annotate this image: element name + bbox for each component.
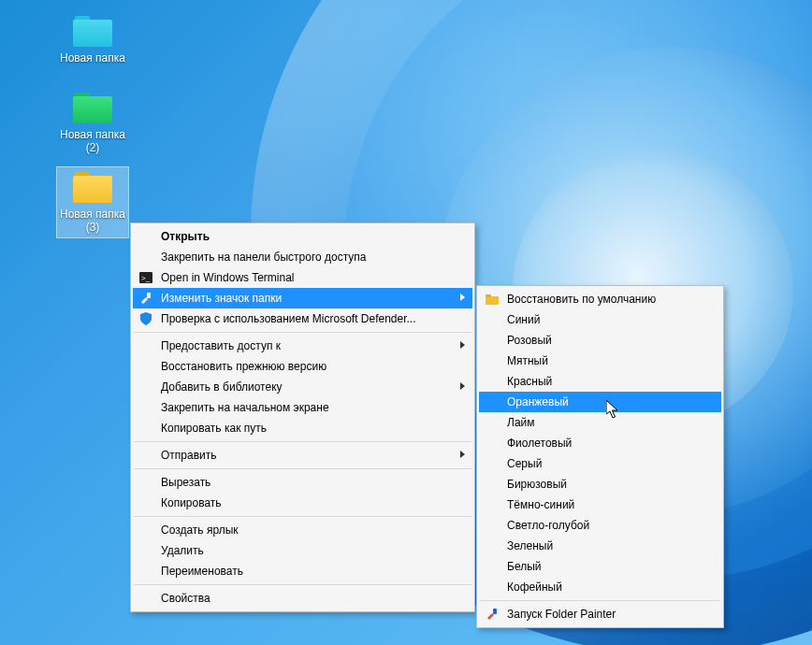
menu-item[interactable]: Копировать как путь	[133, 418, 472, 438]
defender-icon	[138, 311, 153, 326]
menu-item[interactable]: Добавить в библиотеку	[133, 377, 472, 397]
menu-item[interactable]: Розовый	[479, 330, 721, 351]
menu-item[interactable]: Предоставить доступ к	[133, 336, 472, 356]
desktop-folder-label: Новая папка (3)	[57, 207, 128, 237]
menu-item-label: Мятный	[507, 354, 548, 367]
menu-item-label: Свойства	[161, 592, 210, 605]
desktop-folder-2[interactable]: Новая папка (3)	[57, 167, 128, 237]
submenu-arrow-icon	[460, 382, 465, 390]
svg-rect-2	[147, 293, 151, 298]
color-swatch-icon	[485, 333, 500, 348]
menu-item-label: Проверка с использованием Microsoft Defe…	[161, 312, 416, 325]
color-swatch-icon	[485, 580, 500, 595]
color-swatch-icon	[485, 312, 500, 327]
color-swatch-icon	[485, 497, 500, 512]
menu-item-label: Восстановить прежнюю версию	[161, 360, 326, 373]
folder-icon	[73, 93, 112, 123]
terminal-icon: >_	[138, 270, 153, 285]
menu-item[interactable]: Лайм	[479, 412, 721, 433]
menu-item-label: Восстановить по умолчанию	[507, 293, 656, 306]
menu-item-label: Серый	[507, 457, 542, 470]
menu-item[interactable]: Восстановить по умолчанию	[479, 289, 721, 309]
menu-item-label: Белый	[507, 560, 541, 573]
menu-item[interactable]: Свойства	[133, 588, 472, 609]
menu-item[interactable]: Мятный	[479, 351, 721, 371]
menu-item[interactable]: Светло-голубой	[479, 515, 721, 536]
menu-item[interactable]: Белый	[479, 556, 721, 577]
menu-item[interactable]: Закрепить на начальном экране	[133, 397, 472, 418]
menu-item-label: Копировать как путь	[161, 422, 267, 435]
menu-item-label: Закрепить на панели быстрого доступа	[161, 251, 367, 264]
color-swatch-icon	[485, 538, 500, 553]
color-swatch-icon	[485, 415, 500, 430]
desktop-folder-label: Новая папка (2)	[57, 127, 128, 158]
menu-item[interactable]: Проверка с использованием Microsoft Defe…	[133, 308, 472, 329]
menu-item[interactable]: Закрепить на панели быстрого доступа	[133, 247, 472, 267]
painter-icon	[138, 291, 153, 306]
menu-item[interactable]: Открыть	[133, 226, 472, 247]
menu-item-label: Запуск Folder Painter	[507, 608, 616, 621]
submenu-arrow-icon	[460, 451, 465, 458]
color-swatch-icon	[485, 456, 500, 471]
menu-item[interactable]: Восстановить прежнюю версию	[133, 356, 472, 377]
menu-item[interactable]: Отправить	[133, 445, 472, 466]
menu-item[interactable]: Фиолетовый	[479, 433, 721, 453]
folder-default-icon	[485, 292, 500, 307]
menu-item-label: Лайм	[507, 416, 535, 429]
menu-item-label: Удалить	[161, 544, 204, 557]
svg-rect-5	[493, 609, 497, 614]
menu-item[interactable]: Тёмно-синий	[479, 494, 721, 515]
menu-item-label: Закрепить на начальном экране	[161, 401, 329, 414]
menu-item[interactable]: Переименовать	[133, 561, 472, 581]
menu-item-label: Оранжевый	[507, 395, 569, 408]
menu-item[interactable]: >_Open in Windows Terminal	[133, 267, 472, 288]
color-swatch-icon	[485, 559, 500, 574]
menu-item[interactable]: Бирюзовый	[479, 474, 721, 494]
menu-item-label: Отправить	[161, 449, 217, 462]
menu-item[interactable]: Оранжевый	[479, 392, 721, 412]
menu-item[interactable]: Удалить	[133, 540, 472, 561]
menu-separator	[480, 600, 720, 601]
menu-item-label: Переименовать	[161, 565, 243, 578]
menu-item[interactable]: Вырезать	[133, 472, 472, 493]
menu-item[interactable]: Создать ярлык	[133, 520, 472, 540]
folder-icon	[73, 172, 112, 203]
submenu-arrow-icon	[460, 341, 465, 349]
menu-item[interactable]: Серый	[479, 453, 721, 474]
menu-item[interactable]: Красный	[479, 371, 721, 392]
svg-text:>_: >_	[141, 274, 151, 282]
menu-item-label: Кофейный	[507, 580, 562, 594]
menu-item-label: Добавить в библиотеку	[161, 380, 283, 394]
menu-item-label: Фиолетовый	[507, 437, 572, 450]
svg-rect-3	[486, 296, 499, 305]
menu-separator	[134, 516, 471, 517]
menu-item-label: Красный	[507, 375, 552, 388]
desktop-folder-0[interactable]: Новая папка	[57, 11, 128, 68]
menu-item-label: Синий	[507, 313, 540, 326]
menu-separator	[134, 468, 471, 469]
menu-separator	[134, 584, 471, 585]
menu-item[interactable]: Зеленый	[479, 536, 721, 556]
menu-item[interactable]: Изменить значок папки	[133, 288, 472, 308]
desktop-folder-1[interactable]: Новая папка (2)	[57, 88, 128, 158]
menu-item[interactable]: Синий	[479, 309, 721, 330]
color-swatch-icon	[485, 394, 500, 409]
menu-item[interactable]: Кофейный	[479, 577, 721, 597]
context-menu: ОткрытьЗакрепить на панели быстрого дост…	[130, 222, 475, 612]
menu-item-label: Вырезать	[161, 476, 210, 489]
menu-item-label: Розовый	[507, 334, 552, 347]
menu-item-label: Бирюзовый	[507, 478, 567, 491]
menu-separator	[134, 441, 471, 442]
menu-item[interactable]: Запуск Folder Painter	[479, 604, 721, 624]
menu-item-label: Изменить значок папки	[161, 292, 282, 305]
painter-icon	[485, 607, 500, 622]
submenu-arrow-icon	[460, 294, 465, 301]
menu-item[interactable]: Копировать	[133, 493, 472, 513]
svg-rect-4	[486, 294, 491, 297]
menu-item-label: Тёмно-синий	[507, 498, 574, 511]
color-swatch-icon	[485, 477, 500, 492]
menu-item-label: Открыть	[161, 230, 210, 243]
menu-item-label: Копировать	[161, 496, 222, 509]
submenu-change-folder-icon: Восстановить по умолчаниюСинийРозовыйМят…	[476, 285, 724, 628]
cursor-icon	[606, 400, 619, 419]
